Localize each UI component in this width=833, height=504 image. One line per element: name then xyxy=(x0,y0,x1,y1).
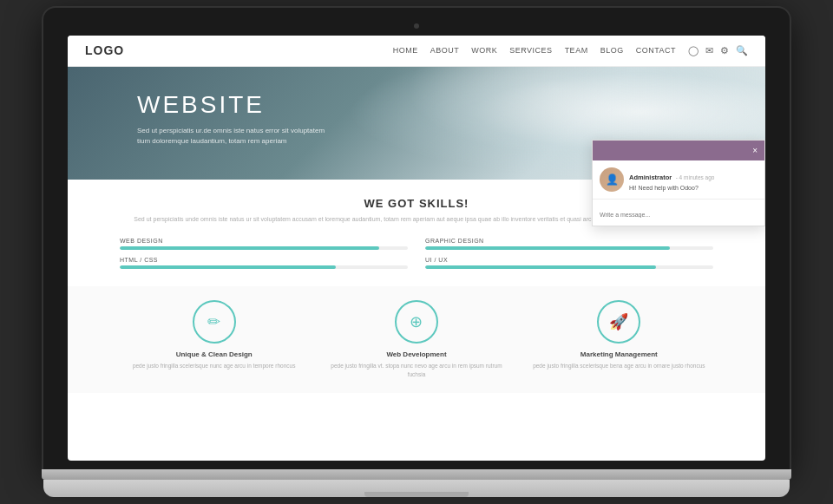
skill-bar-fill-web-design xyxy=(120,246,379,250)
nav-logo: LOGO xyxy=(85,43,124,57)
feature-title-2: Marketing Management xyxy=(525,350,713,358)
chat-body: 👤 Administrator - 4 minutes ago Hi! Need… xyxy=(593,160,764,199)
feature-title-1: Web Development xyxy=(322,350,510,358)
search-icon[interactable]: 🔍 xyxy=(736,45,748,56)
skill-bar-bg-html-css xyxy=(120,265,408,269)
nav-icon-group: ◯ ✉ ⚙ 🔍 xyxy=(688,45,748,56)
skill-bar-bg-web-design xyxy=(120,246,408,250)
hero-text: Sed ut perspiciatis ur.de omnis iste nat… xyxy=(137,126,380,148)
hero-title: WEBSITE xyxy=(137,91,696,119)
nav-contact[interactable]: CONTACT xyxy=(636,46,676,55)
camera-dot xyxy=(414,23,419,29)
mail-icon[interactable]: ✉ xyxy=(705,45,713,56)
screen: LOGO HOME ABOUT WORK SERVICES TEAM BLOG … xyxy=(68,36,765,461)
skill-item-html-css: HTML / CSS xyxy=(120,257,408,269)
skill-bar-bg-ui-ux xyxy=(425,265,713,269)
chat-content: Administrator - 4 minutes ago Hi! Need h… xyxy=(629,167,714,192)
chat-avatar: 👤 xyxy=(600,167,624,192)
features-section: ✏ Unique & Clean Design pede justo fring… xyxy=(68,286,765,393)
feature-item-2: 🚀 Marketing Management pede justo fringi… xyxy=(525,300,713,379)
skill-label-graphic-design: GRAPHIC DESIGN xyxy=(425,238,713,244)
laptop-container: LOGO HOME ABOUT WORK SERVICES TEAM BLOG … xyxy=(43,8,790,497)
user-icon[interactable]: ◯ xyxy=(688,45,699,56)
feature-text-0: pede justo fringilla scelerisque nunc ag… xyxy=(120,362,308,370)
chat-admin-name: Administrator xyxy=(629,173,672,181)
chat-close-button[interactable]: × xyxy=(752,146,758,155)
laptop-base xyxy=(43,480,790,497)
nav-about[interactable]: ABOUT xyxy=(430,46,460,55)
chat-message: Hi! Need help with Odoo? xyxy=(629,185,714,191)
laptop-hinge xyxy=(42,469,791,480)
nav-team[interactable]: TEAM xyxy=(565,46,588,55)
nav-blog[interactable]: BLOG xyxy=(600,46,624,55)
feature-text-2: pede justo fringilla scelerisque bena ag… xyxy=(525,362,713,370)
chat-popup: × 👤 Administrator - 4 minutes ago Hi! Ne… xyxy=(592,140,765,226)
navigation: LOGO HOME ABOUT WORK SERVICES TEAM BLOG … xyxy=(68,36,765,67)
nav-links: HOME ABOUT WORK SERVICES TEAM BLOG CONTA… xyxy=(393,46,676,55)
feature-icon-design: ✏ xyxy=(193,300,236,344)
skill-bar-fill-graphic-design xyxy=(425,246,670,250)
chat-time: - 4 minutes ago xyxy=(676,174,715,180)
chat-input-area[interactable] xyxy=(593,199,764,226)
skill-label-ui-ux: UI / UX xyxy=(425,257,713,263)
skill-label-html-css: HTML / CSS xyxy=(120,257,408,263)
feature-icon-marketing: 🚀 xyxy=(597,300,640,344)
skills-grid: WEB DESIGN GRAPHIC DESIGN HT xyxy=(120,238,713,269)
features-grid: ✏ Unique & Clean Design pede justo fring… xyxy=(120,300,713,379)
feature-text-1: pede justo fringilla vt. stopa nunc nevo… xyxy=(322,362,510,379)
nav-home[interactable]: HOME xyxy=(393,46,418,55)
feature-item-0: ✏ Unique & Clean Design pede justo fring… xyxy=(120,300,308,379)
skill-item-graphic-design: GRAPHIC DESIGN xyxy=(425,238,713,250)
skill-label-web-design: WEB DESIGN xyxy=(120,238,408,244)
skill-bar-fill-html-css xyxy=(120,265,336,269)
skill-item-ui-ux: UI / UX xyxy=(425,257,713,269)
skill-bar-bg-graphic-design xyxy=(425,246,713,250)
feature-icon-web: ⊕ xyxy=(395,300,438,344)
skill-item-web-design: WEB DESIGN xyxy=(120,238,408,250)
skill-bar-fill-ui-ux xyxy=(425,265,656,269)
feature-item-1: ⊕ Web Development pede justo fringilla v… xyxy=(322,300,510,379)
screen-bezel: LOGO HOME ABOUT WORK SERVICES TEAM BLOG … xyxy=(43,8,790,469)
nav-services[interactable]: SERVICES xyxy=(509,46,552,55)
chat-header: × xyxy=(593,141,764,160)
nav-work[interactable]: WORK xyxy=(471,46,497,55)
chat-input-field[interactable] xyxy=(600,212,758,218)
feature-title-0: Unique & Clean Design xyxy=(120,350,308,358)
settings-icon[interactable]: ⚙ xyxy=(720,45,729,56)
